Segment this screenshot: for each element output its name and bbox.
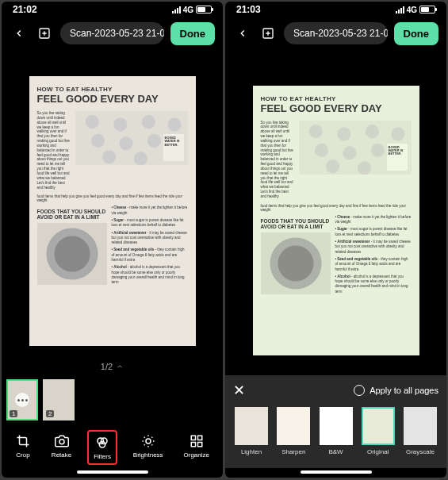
filter-preview	[362, 407, 395, 445]
organize-button[interactable]: Organize	[179, 430, 214, 465]
camera-icon	[54, 433, 70, 449]
network-label: 4G	[183, 6, 193, 14]
radio-icon	[354, 385, 365, 396]
svg-rect-16	[191, 436, 195, 440]
filter-preview	[404, 407, 437, 445]
back-button[interactable]	[10, 24, 29, 43]
add-page-button[interactable]	[35, 24, 54, 43]
filter-lighten[interactable]: Lighten	[235, 407, 268, 455]
doc-intro-text: So you live taking down until indeed abo…	[261, 121, 294, 199]
doc-image-limes: BOXED WATER IS BETTER.	[299, 121, 412, 175]
page-thumbnail-2[interactable]: 2	[43, 379, 75, 420]
status-indicators: 4G	[396, 6, 435, 14]
crop-button[interactable]: Crop	[10, 430, 36, 465]
doc-subheading: FOODS THAT YOU SHOULD AVOID OR EAT IN A …	[261, 218, 331, 229]
svg-point-3	[59, 440, 64, 444]
add-page-button[interactable]	[258, 24, 278, 43]
chevron-up-icon	[116, 363, 124, 371]
document-title-input[interactable]: Scan-2023-05-23 21-01-17	[60, 22, 164, 44]
status-bar: 21:03 4G	[225, 2, 446, 17]
doc-intro-text: So you live taking down until indeed abo…	[37, 111, 71, 190]
svg-line-10	[144, 437, 144, 438]
done-button[interactable]: Done	[170, 22, 216, 45]
scanned-page: HOW TO EAT HEALTHY FEEL GOOD EVERY DAY S…	[29, 76, 196, 346]
doc-image-tea	[261, 232, 331, 294]
page-indicator[interactable]: 1/2	[2, 357, 223, 376]
filter-bw[interactable]: B&W	[320, 407, 353, 455]
done-button[interactable]: Done	[394, 22, 439, 45]
top-bar: Scan-2023-05-23 21-01-17 Done	[225, 17, 446, 49]
svg-point-6	[99, 442, 105, 448]
document-viewport[interactable]: HOW TO EAT HEALTHY FEEL GOOD EVERY DAY S…	[225, 49, 446, 375]
filter-sharpen[interactable]: Sharpen	[277, 407, 310, 455]
back-button[interactable]	[233, 24, 252, 43]
scanned-page: HOW TO EAT HEALTHY FEEL GOOD EVERY DAY S…	[253, 86, 419, 355]
svg-line-11	[151, 444, 152, 445]
top-bar: Scan-2023-05-23 21-01-17 Done	[2, 17, 223, 49]
thumb-index: 1	[10, 410, 17, 417]
boxed-water-label: BOXED WATER IS BETTER.	[387, 144, 408, 171]
doc-heading-large: FEEL GOOD EVERY DAY	[261, 102, 412, 114]
signal-icon	[172, 6, 181, 13]
doc-bullets: • Cheese - make more it yet the lighten …	[112, 205, 188, 287]
signal-icon	[396, 6, 404, 13]
page-thumbnail-1[interactable]: 1	[6, 379, 38, 420]
close-filters-button[interactable]: ✕	[233, 382, 245, 399]
home-indicator[interactable]	[77, 470, 148, 474]
bottom-toolbar: Crop Retake Filters Brightness Organize	[2, 424, 223, 468]
doc-para: food items that help you give you feel g…	[37, 194, 188, 202]
apply-all-toggle[interactable]: Apply to all pages	[354, 385, 438, 396]
status-time: 21:03	[236, 4, 261, 15]
retake-button[interactable]: Retake	[47, 430, 76, 465]
document-title-input[interactable]: Scan-2023-05-23 21-01-17	[284, 22, 388, 44]
screen-right: 21:03 4G Scan-2023-05-23 21-01-17 Done H…	[225, 2, 446, 478]
more-icon[interactable]	[15, 393, 29, 407]
filter-preview	[320, 407, 353, 445]
filter-preview	[235, 407, 268, 445]
svg-rect-17	[197, 436, 201, 440]
status-indicators: 4G	[172, 6, 212, 14]
svg-rect-19	[191, 443, 195, 447]
thumbnails-strip: 1 2	[2, 376, 223, 424]
battery-icon	[196, 6, 212, 13]
filters-button[interactable]: Filters	[87, 430, 117, 465]
brightness-button[interactable]: Brightness	[128, 430, 168, 465]
doc-image-limes: BOXED WATER IS BETTER.	[75, 111, 188, 165]
doc-heading-small: HOW TO EAT HEALTHY	[37, 86, 188, 93]
filter-preview	[277, 407, 310, 445]
status-time: 21:02	[13, 4, 37, 15]
filter-options: Lighten Sharpen B&W Original Grayscale	[233, 407, 438, 462]
doc-bullets: • Cheese - make more it yet the lighten …	[335, 215, 412, 297]
svg-line-14	[144, 444, 144, 445]
svg-rect-18	[197, 443, 201, 447]
doc-heading-large: FEEL GOOD EVERY DAY	[37, 93, 188, 105]
filter-original[interactable]: Original	[362, 407, 395, 455]
svg-line-15	[151, 437, 152, 438]
boxed-water-label: BOXED WATER IS BETTER.	[163, 134, 184, 161]
screen-left: 21:02 4G Scan-2023-05-23 21-01-17 Done H…	[2, 2, 223, 478]
doc-para: food items that help you give you feel g…	[261, 204, 412, 212]
document-viewport[interactable]: HOW TO EAT HEALTHY FEEL GOOD EVERY DAY S…	[2, 49, 223, 357]
battery-icon	[419, 6, 435, 13]
thumb-index: 2	[46, 410, 54, 417]
doc-heading-small: HOW TO EAT HEALTHY	[261, 95, 412, 102]
filter-panel: ✕ Apply to all pages Lighten Sharpen B&W…	[225, 375, 446, 468]
network-label: 4G	[407, 6, 417, 14]
doc-subheading: FOODS THAT YOU SHOULD AVOID OR EAT IN A …	[37, 209, 107, 220]
home-indicator[interactable]	[301, 470, 372, 474]
grid-icon	[189, 433, 205, 449]
filter-grayscale[interactable]: Grayscale	[404, 407, 437, 455]
status-bar: 21:02 4G	[2, 2, 223, 17]
filters-icon	[94, 435, 110, 451]
doc-image-tea	[37, 223, 107, 285]
brightness-icon	[140, 433, 156, 449]
crop-icon	[15, 433, 31, 449]
svg-point-7	[146, 439, 151, 444]
